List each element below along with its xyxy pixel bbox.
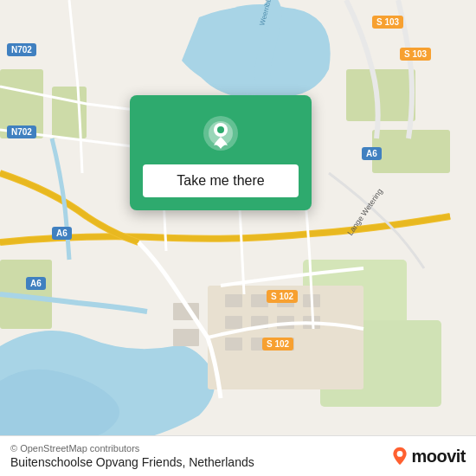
popup-card: Take me there	[130, 95, 312, 210]
svg-rect-14	[225, 316, 242, 329]
map-container: Weerribben S 103 S 103 A6 A6 A6 N702 N70…	[0, 0, 476, 476]
shield-n702-1: N702	[7, 43, 36, 56]
shield-a6-bottom: A6	[26, 277, 46, 290]
bottom-bar: © OpenStreetMap contributors Buitenschoo…	[0, 435, 476, 476]
shield-s103-1: S 103	[372, 16, 403, 29]
bottom-bar-info: © OpenStreetMap contributors Buitenschoo…	[10, 443, 254, 469]
shield-s102-2: S 102	[262, 338, 293, 351]
shield-n702-2: N702	[7, 125, 36, 138]
svg-rect-21	[173, 329, 199, 346]
take-me-there-button[interactable]: Take me there	[143, 164, 299, 197]
shield-s103-2: S 103	[400, 48, 431, 61]
moovit-pin-icon	[392, 447, 408, 466]
copyright-text: © OpenStreetMap contributors	[10, 443, 254, 453]
shield-s102-1: S 102	[267, 290, 298, 303]
location-pin-icon	[200, 113, 241, 154]
svg-rect-11	[251, 294, 268, 307]
moovit-brand-text: moovit	[411, 447, 466, 466]
svg-point-27	[217, 126, 224, 133]
svg-rect-10	[225, 294, 242, 307]
location-name: Buitenschoolse Opvang Friends, Netherlan…	[10, 455, 254, 469]
shield-a6-right: A6	[362, 147, 382, 160]
map-background: Weerribben S 103 S 103 A6 A6 A6 N702 N70…	[0, 0, 476, 476]
moovit-logo: moovit	[392, 447, 466, 466]
svg-rect-18	[225, 338, 242, 351]
svg-rect-4	[346, 69, 415, 121]
shield-a6-left: A6	[52, 227, 72, 240]
svg-point-28	[397, 451, 403, 457]
